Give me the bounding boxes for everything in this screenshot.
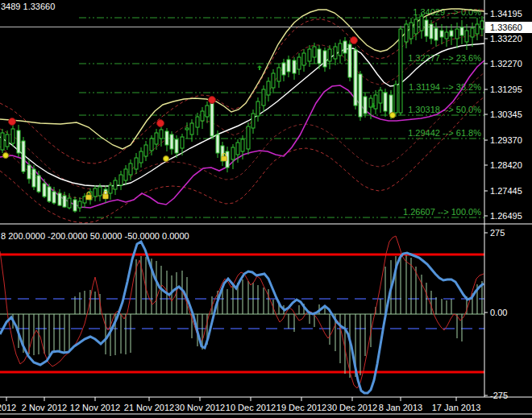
candle-body bbox=[313, 47, 316, 57]
candle-body bbox=[63, 196, 66, 207]
time-axis-label: 30 Dec 2012 bbox=[327, 403, 377, 412]
time-axis-label: 21 Nov 2012 bbox=[124, 403, 174, 412]
time-axis-label: 19 Dec 2012 bbox=[276, 403, 326, 412]
price-axis-label: 1.28420 bbox=[490, 160, 522, 170]
price-axis-label: 1.29370 bbox=[490, 135, 522, 145]
osc-axis-label: 0.00 bbox=[490, 308, 507, 317]
current-price-tag-text: 1.33660 bbox=[490, 23, 522, 32]
candle-body bbox=[119, 175, 123, 185]
candle-body bbox=[135, 158, 138, 169]
candle-body bbox=[323, 51, 326, 67]
candle-body bbox=[339, 43, 342, 56]
candle-body bbox=[420, 16, 423, 31]
candle-body bbox=[17, 130, 20, 153]
candle-body bbox=[129, 163, 132, 175]
candle-body bbox=[328, 49, 331, 61]
candle-body bbox=[379, 90, 382, 103]
time-axis-label: 12 Nov 2012 bbox=[70, 403, 120, 412]
osc-axis-label: 275 bbox=[490, 228, 505, 238]
indicator-params-text: 8 200.0000 -200.0000 50.0000 -50.0000 0.… bbox=[1, 231, 189, 241]
candle-body bbox=[206, 106, 209, 117]
mt4-chart-window: 1.34029 --> 0.0%1.32277 --> 23.6%1.31194… bbox=[0, 0, 532, 418]
candle-body bbox=[94, 188, 97, 197]
candle-body bbox=[455, 29, 459, 39]
time-axis-label: 10 Dec 2012 bbox=[226, 403, 276, 412]
candle-body bbox=[165, 131, 168, 145]
candle-body bbox=[98, 187, 102, 196]
candle-body bbox=[231, 147, 235, 159]
sell-signal-dot bbox=[351, 37, 358, 44]
candle-body bbox=[364, 97, 367, 114]
osc-axis-label: -275 bbox=[490, 391, 508, 400]
candle-body bbox=[434, 28, 438, 40]
price-axis-label: 1.26495 bbox=[490, 211, 522, 221]
candle-body bbox=[359, 74, 362, 117]
candle-body bbox=[308, 49, 311, 61]
candle-body bbox=[282, 63, 285, 75]
candle-body bbox=[262, 89, 265, 106]
candle-body bbox=[405, 24, 408, 42]
candle-body bbox=[144, 145, 148, 156]
candle-body bbox=[210, 102, 214, 136]
candle-body bbox=[445, 32, 448, 39]
candle-body bbox=[190, 123, 193, 135]
candle-body bbox=[32, 169, 35, 187]
price-axis-label: 1.27445 bbox=[490, 186, 522, 196]
candle-body bbox=[139, 151, 143, 163]
candle-body bbox=[150, 139, 153, 151]
candle-body bbox=[399, 29, 402, 113]
candle-body bbox=[11, 129, 15, 143]
candle-body bbox=[27, 165, 31, 179]
ohlc-overlay-text: 3489 1.33660 bbox=[1, 2, 55, 11]
price-axis-label: 1.31295 bbox=[490, 85, 522, 94]
candle-body bbox=[241, 139, 244, 151]
price-axis-label: 1.34195 bbox=[490, 9, 522, 19]
candle-body bbox=[476, 24, 479, 34]
candle-body bbox=[430, 24, 433, 39]
lock-icon bbox=[222, 156, 227, 161]
candle-body bbox=[52, 192, 56, 203]
candle-body bbox=[251, 114, 255, 128]
candle-body bbox=[155, 133, 158, 144]
candle-body bbox=[272, 73, 275, 88]
candle-body bbox=[460, 27, 463, 35]
green-arrow-marker bbox=[257, 65, 262, 70]
candle-body bbox=[170, 135, 173, 149]
candle-body bbox=[114, 180, 117, 189]
time-axis-label: 8 Jan 2013 bbox=[379, 403, 422, 412]
candle-body bbox=[78, 201, 81, 208]
candle-body bbox=[160, 130, 163, 139]
candle-body bbox=[277, 68, 281, 81]
candle-body bbox=[22, 141, 25, 172]
sell-signal-dot bbox=[9, 118, 16, 126]
price-axis-label: 1.33220 bbox=[490, 34, 522, 43]
candle-body bbox=[236, 143, 239, 155]
candle-body bbox=[318, 49, 321, 64]
candle-body bbox=[124, 169, 127, 180]
chart-canvas[interactable]: 1.34029 --> 0.0%1.32277 --> 23.6%1.31194… bbox=[0, 0, 532, 418]
candle-body bbox=[73, 200, 77, 211]
candle-body bbox=[450, 31, 453, 36]
candle-body bbox=[256, 101, 260, 116]
candle-body bbox=[440, 31, 443, 37]
candle-body bbox=[201, 111, 204, 121]
candle-body bbox=[394, 85, 397, 113]
fib-level-label: 1.29442 --> 61.8% bbox=[408, 128, 481, 138]
candle-body bbox=[389, 95, 393, 114]
time-axis-label: 2012 bbox=[0, 403, 16, 412]
candle-body bbox=[247, 126, 250, 149]
time-axis-label: 2 Nov 2012 bbox=[22, 403, 67, 412]
candle-body bbox=[196, 117, 199, 127]
candle-body bbox=[68, 198, 71, 208]
candle-body bbox=[414, 19, 418, 34]
candle-body bbox=[293, 60, 296, 73]
candle-body bbox=[287, 60, 290, 72]
candle-body bbox=[409, 23, 413, 39]
candle-body bbox=[480, 21, 484, 29]
candle-body bbox=[175, 139, 178, 153]
price-axis-label: 1.32270 bbox=[490, 59, 522, 68]
candle-body bbox=[384, 93, 387, 111]
candle-body bbox=[374, 95, 377, 109]
candle-body bbox=[471, 28, 474, 37]
time-axis-label: 30 Nov 2012 bbox=[175, 403, 225, 412]
